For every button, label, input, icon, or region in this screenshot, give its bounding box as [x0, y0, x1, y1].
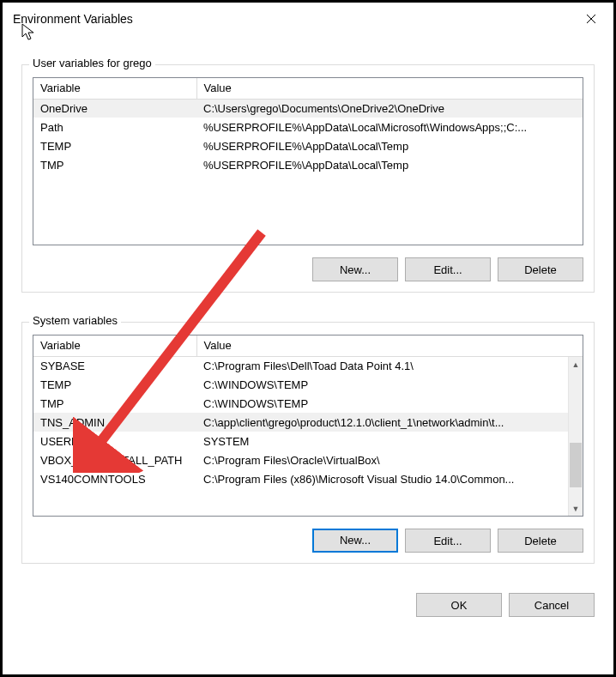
system-edit-button[interactable]: Edit... — [405, 529, 491, 553]
user-new-button[interactable]: New... — [312, 257, 398, 281]
close-button[interactable] — [579, 7, 603, 31]
table-row[interactable]: VBOX_MSI_INSTALL_PATH C:\Program Files\O… — [33, 450, 583, 469]
table-row[interactable]: TMP %USERPROFILE%\AppData\Local\Temp — [33, 155, 583, 174]
cell-value: C:\Users\grego\Documents\OneDrive2\OneDr… — [196, 99, 583, 118]
system-new-button[interactable]: New... — [312, 529, 398, 553]
cell-value: C:\Program Files\Oracle\VirtualBox\ — [196, 450, 583, 469]
titlebar: Environment Variables — [3, 3, 613, 35]
cell-variable: OneDrive — [33, 99, 196, 118]
column-header-value[interactable]: Value — [196, 335, 583, 356]
cell-variable: TMP — [33, 394, 196, 413]
scroll-thumb[interactable] — [570, 443, 582, 487]
table-row[interactable]: VS140COMNTOOLS C:\Program Files (x86)\Mi… — [33, 469, 583, 488]
user-group-label: User variables for grego — [29, 57, 155, 70]
cell-variable: TMP — [33, 155, 196, 174]
system-variables-group: System variables Variable Value SYBASE C… — [21, 322, 595, 564]
cell-variable: TNS_ADMIN — [33, 413, 196, 432]
table-row[interactable]: TEMP %USERPROFILE%\AppData\Local\Temp — [33, 136, 583, 155]
cancel-button[interactable]: Cancel — [509, 593, 595, 617]
table-row[interactable]: Path %USERPROFILE%\AppData\Local\Microso… — [33, 118, 583, 136]
column-header-value[interactable]: Value — [196, 78, 583, 99]
cell-value: %USERPROFILE%\AppData\Local\Microsoft\Wi… — [196, 118, 583, 136]
ok-button[interactable]: OK — [416, 593, 502, 617]
scrollbar[interactable]: ▲ ▼ — [568, 357, 583, 516]
cell-value: %USERPROFILE%\AppData\Local\Temp — [196, 136, 583, 155]
table-row[interactable]: USERNAME SYSTEM — [33, 432, 583, 450]
system-variables-table[interactable]: Variable Value SYBASE C:\Program Files\D… — [33, 335, 583, 517]
table-row[interactable]: TMP C:\WINDOWS\TEMP — [33, 394, 583, 413]
column-header-variable[interactable]: Variable — [33, 78, 196, 99]
cell-value: SYSTEM — [196, 432, 583, 450]
cell-variable: Path — [33, 118, 196, 136]
user-edit-button[interactable]: Edit... — [405, 257, 491, 281]
cell-variable: TEMP — [33, 136, 196, 155]
close-icon — [586, 14, 596, 24]
cell-variable: VBOX_MSI_INSTALL_PATH — [33, 450, 196, 469]
table-row[interactable]: TNS_ADMIN C:\app\client\grego\product\12… — [33, 413, 583, 432]
cell-value: C:\Program Files\Dell\Toad Data Point 4.… — [196, 356, 583, 375]
table-row[interactable]: OneDrive C:\Users\grego\Documents\OneDri… — [33, 99, 583, 118]
cell-variable: SYBASE — [33, 356, 196, 375]
cell-value: C:\Program Files (x86)\Microsoft Visual … — [196, 469, 583, 488]
scroll-down-icon[interactable]: ▼ — [569, 501, 583, 516]
cell-variable: USERNAME — [33, 432, 196, 450]
cell-value: C:\WINDOWS\TEMP — [196, 375, 583, 394]
scroll-up-icon[interactable]: ▲ — [569, 357, 583, 372]
cell-value: C:\WINDOWS\TEMP — [196, 394, 583, 413]
table-row[interactable]: SYBASE C:\Program Files\Dell\Toad Data P… — [33, 356, 583, 375]
system-group-label: System variables — [29, 314, 121, 327]
user-delete-button[interactable]: Delete — [498, 257, 583, 281]
column-header-variable[interactable]: Variable — [33, 335, 196, 356]
user-variables-group: User variables for grego Variable Value … — [21, 64, 595, 293]
cell-variable: VS140COMNTOOLS — [33, 469, 196, 488]
cell-value: %USERPROFILE%\AppData\Local\Temp — [196, 155, 583, 174]
cell-variable: TEMP — [33, 375, 196, 394]
window-title: Environment Variables — [13, 12, 133, 26]
system-delete-button[interactable]: Delete — [498, 529, 583, 553]
table-row[interactable]: TEMP C:\WINDOWS\TEMP — [33, 375, 583, 394]
user-variables-table[interactable]: Variable Value OneDrive C:\Users\grego\D… — [33, 77, 583, 245]
cell-value: C:\app\client\grego\product\12.1.0\clien… — [196, 413, 583, 432]
